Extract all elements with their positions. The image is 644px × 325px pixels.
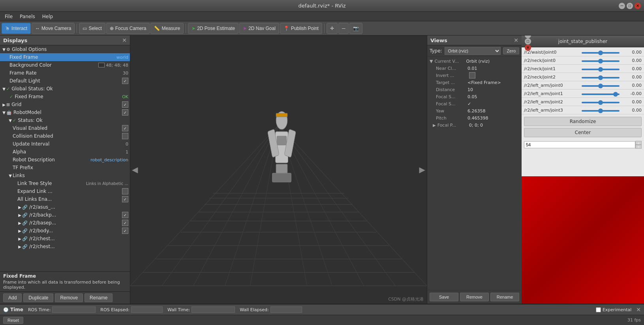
- ros-elapsed-label: ROS Elapsed:: [100, 307, 130, 312]
- move-camera-button[interactable]: ↔ Move Camera: [32, 23, 75, 34]
- views-rename-button[interactable]: Rename: [490, 293, 519, 301]
- link-item-2[interactable]: ▶ 🔗 /r2/backp...: [0, 211, 130, 219]
- expand-link-item[interactable]: Expand Link ...: [0, 187, 130, 195]
- robot-status-item[interactable]: ▼ ✓ Status: Ok: [0, 116, 130, 124]
- bg-color-item[interactable]: Background Color 48; 48; 48: [0, 61, 130, 69]
- default-light-checkbox[interactable]: [122, 78, 128, 84]
- select-button[interactable]: ▭ Select: [79, 23, 105, 34]
- camera-icon-button[interactable]: 📷: [349, 23, 362, 34]
- views-close[interactable]: ✕: [514, 37, 518, 43]
- jsp-maximize[interactable]: □: [525, 38, 531, 45]
- add-button[interactable]: Add: [3, 293, 22, 302]
- visual-enabled-checkbox[interactable]: [122, 125, 128, 131]
- link-item-1[interactable]: ▶ 🔗 /r2/asus_...: [0, 203, 130, 211]
- all-links-item[interactable]: All Links Ena...: [0, 195, 130, 203]
- jsp-spin-up[interactable]: ▲: [635, 141, 642, 145]
- maximize-button[interactable]: □: [627, 3, 633, 9]
- jsp-content: /r2/waist/joint0 0.00 /r2/neck/joint0 0.…: [522, 47, 644, 176]
- viewport[interactable]: ◀ ▶ CSDN @贞格光港: [130, 35, 427, 304]
- robot-desc-item[interactable]: Robot Description robot_description: [0, 156, 130, 164]
- global-options-item[interactable]: ▼ ⚙ Global Options: [0, 45, 130, 53]
- minus-button[interactable]: ─: [338, 23, 349, 34]
- jsp-slider-7[interactable]: [582, 110, 620, 112]
- close-button[interactable]: ✕: [635, 3, 641, 9]
- remove-button[interactable]: Remove: [55, 293, 83, 302]
- links-item[interactable]: ▼ Links: [0, 172, 130, 179]
- frame-rate-item[interactable]: Frame Rate 30: [0, 69, 130, 77]
- views-zero-button[interactable]: Zero: [503, 47, 519, 54]
- grid-item[interactable]: ▶ ⊞ Grid: [0, 101, 130, 108]
- link-item-5[interactable]: ▶ 🔗 /r2/chest...: [0, 235, 130, 243]
- expand-link-checkbox[interactable]: [122, 188, 128, 194]
- jsp-counter-input[interactable]: 54: [524, 141, 635, 148]
- global-status-item[interactable]: ▼ ✓ Global Status: Ok: [0, 85, 130, 93]
- link2-checkbox[interactable]: [122, 212, 128, 218]
- pose-estimate-button[interactable]: ➤ 2D Pose Estimate: [188, 23, 238, 34]
- menu-help[interactable]: Help: [39, 13, 56, 20]
- displays-close[interactable]: ✕: [122, 37, 127, 43]
- crosshair-button[interactable]: ✛: [327, 23, 338, 34]
- link-tree-style-item[interactable]: Link Tree Style Links in Alphabetic ...: [0, 179, 130, 187]
- grid-svg: [130, 35, 427, 304]
- link4-checkbox[interactable]: [122, 228, 128, 234]
- all-links-checkbox[interactable]: [122, 196, 128, 202]
- wall-time-input[interactable]: 1702116208.07: [192, 306, 235, 313]
- jsp-slider-3[interactable]: [582, 77, 620, 78]
- views-save-button[interactable]: Save: [430, 293, 458, 301]
- jsp-slider-5[interactable]: [582, 93, 620, 95]
- collision-enabled-item[interactable]: Collision Enabled: [0, 132, 130, 140]
- jsp-spin-down[interactable]: ▼: [635, 145, 642, 149]
- link-item-6[interactable]: ▶ 🔗 /r2/chest...: [0, 243, 130, 250]
- center-button[interactable]: Center: [524, 128, 642, 137]
- views-type-select[interactable]: Orbit (rviz): [445, 47, 501, 55]
- link-item-4[interactable]: ▶ 🔗 /r2/body...: [0, 227, 130, 235]
- jsp-close[interactable]: ✕: [525, 45, 531, 51]
- interact-button[interactable]: 🖱 Interact: [2, 23, 31, 34]
- jsp-slider-6[interactable]: [582, 102, 620, 103]
- invert-checkbox[interactable]: [469, 72, 475, 78]
- viewport-right-arrow[interactable]: ▶: [419, 165, 425, 174]
- tf-prefix-item[interactable]: TF Prefix: [0, 164, 130, 172]
- menu-file[interactable]: File: [2, 13, 16, 20]
- publish-point-button[interactable]: 📍 Publish Point: [280, 23, 322, 34]
- link3-checkbox[interactable]: [122, 220, 128, 226]
- measure-button[interactable]: 📏 Measure: [150, 23, 184, 34]
- jsp-slider-2[interactable]: [582, 69, 620, 70]
- jsp-slider-4[interactable]: [582, 85, 620, 87]
- jsp-joint-label-7: /r2/left_arm/joint3: [524, 108, 579, 113]
- visual-enabled-item[interactable]: Visual Enabled: [0, 124, 130, 132]
- focus-camera-button[interactable]: ⊕ Focus Camera: [106, 23, 150, 34]
- wall-elapsed-input[interactable]: 2192.91: [270, 306, 302, 313]
- ros-elapsed-input[interactable]: 2192.91: [131, 306, 163, 313]
- viewport-left-arrow[interactable]: ◀: [132, 165, 138, 174]
- jsp-counter: 54 ▲ ▼: [522, 140, 644, 150]
- jsp-slider-1[interactable]: [582, 60, 620, 62]
- displays-header: Displays ✕: [0, 35, 130, 45]
- menu-panels[interactable]: Panels: [17, 13, 38, 20]
- collision-enabled-checkbox[interactable]: [122, 133, 128, 139]
- default-light-item[interactable]: Default Light: [0, 77, 130, 85]
- robot-model-item[interactable]: ▼ 🤖 RobotModel: [0, 108, 130, 116]
- experimental-checkbox[interactable]: [596, 307, 601, 312]
- wall-time-section: Wall Time: 1702116208.07: [167, 306, 235, 313]
- fixed-frame-item[interactable]: Fixed Frame world: [0, 53, 130, 61]
- time-close[interactable]: ✕: [636, 306, 641, 313]
- alpha-item[interactable]: Alpha 1: [0, 148, 130, 156]
- grid-checkbox[interactable]: [122, 101, 128, 108]
- views-distance: Distance 10: [427, 86, 522, 93]
- views-remove-button[interactable]: Remove: [460, 293, 489, 301]
- rename-button[interactable]: Rename: [84, 293, 113, 302]
- minimize-button[interactable]: ─: [619, 3, 625, 9]
- update-interval-item[interactable]: Update Interval 0: [0, 140, 130, 148]
- jsp-joint-value-6: 0.00: [622, 99, 642, 105]
- reset-button[interactable]: Reset: [3, 317, 23, 324]
- jsp-slider-0[interactable]: [582, 52, 620, 54]
- link-item-3[interactable]: ▶ 🔗 /r2/basep...: [0, 219, 130, 227]
- nav-goal-button[interactable]: ➤ 2D Nav Goal: [239, 23, 279, 34]
- jsp-minimize[interactable]: ─: [525, 35, 531, 38]
- duplicate-button[interactable]: Duplicate: [23, 293, 53, 302]
- jsp-joints: /r2/waist/joint0 0.00 /r2/neck/joint0 0.…: [522, 48, 644, 114]
- randomize-button[interactable]: Randomize: [524, 117, 642, 126]
- robot-model-checkbox[interactable]: [122, 109, 128, 116]
- ros-time-input[interactable]: 1702116208.04: [52, 306, 96, 313]
